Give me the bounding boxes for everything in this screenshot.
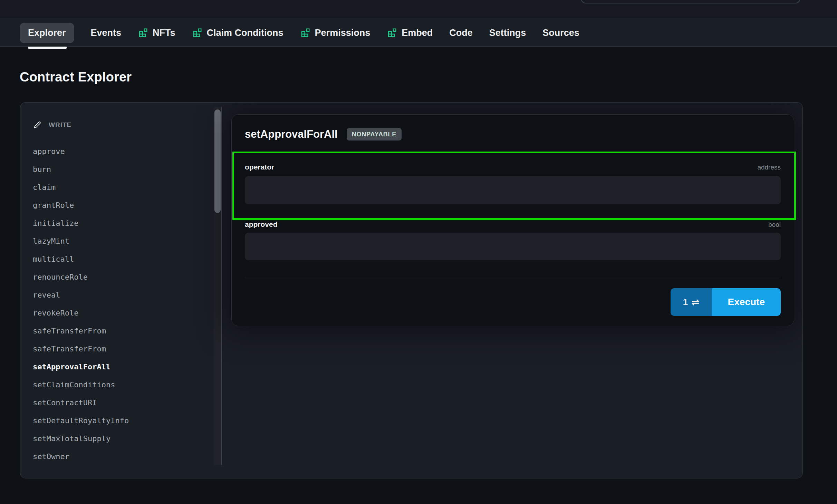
sidebar-item-setowner[interactable]: setOwner — [33, 448, 214, 466]
sidebar-scrollbar-track[interactable] — [214, 107, 222, 465]
function-list: approve burn claim grantRole initialize … — [33, 143, 214, 466]
sidebar-item-initialize[interactable]: initialize — [33, 214, 214, 232]
extension-blocks-icon — [387, 28, 397, 38]
function-title: setApprovalForAll — [245, 128, 338, 140]
extension-blocks-icon — [192, 28, 202, 38]
sidebar-item-setdefaultroyaltyinfo[interactable]: setDefaultRoyaltyInfo — [33, 412, 214, 430]
sidebar-item-burn[interactable]: burn — [33, 161, 214, 178]
tab-explorer[interactable]: Explorer — [20, 23, 74, 43]
sidebar-item-approve[interactable]: approve — [33, 143, 214, 161]
field-type-bool: bool — [768, 221, 781, 229]
panel-main-area: setApprovalForAll NONPAYABLE operator ad… — [222, 103, 802, 478]
sidebar-item-setclaimconditions[interactable]: setClaimConditions — [33, 376, 214, 394]
contract-explorer-panel: WRITE approve burn claim grantRole initi… — [20, 102, 803, 478]
field-name-approved: approved — [245, 220, 278, 229]
sidebar-scrollbar-thumb[interactable] — [214, 109, 221, 213]
write-section-header: WRITE — [33, 120, 214, 129]
cutoff-element-bottom-edge — [581, 0, 800, 3]
active-tab-underline — [28, 47, 67, 49]
extension-blocks-icon — [300, 28, 310, 38]
sidebar-item-grantrole[interactable]: grantRole — [33, 196, 214, 214]
field-type-address: address — [757, 164, 781, 171]
tab-label: NFTs — [153, 28, 175, 38]
field-name-operator: operator — [245, 163, 274, 171]
tab-label: Code — [449, 28, 473, 38]
sidebar-item-renouncerole[interactable]: renounceRole — [33, 268, 214, 286]
tab-label: Settings — [489, 28, 526, 38]
tab-label: Explorer — [28, 28, 66, 38]
transaction-count-button[interactable]: 1 ⇌ — [671, 288, 712, 316]
tab-settings[interactable]: Settings — [489, 28, 526, 38]
mutability-badge: NONPAYABLE — [347, 128, 402, 140]
sidebar-item-setcontracturi[interactable]: setContractURI — [33, 394, 214, 412]
execute-row: 1 ⇌ Execute — [245, 288, 781, 316]
execute-button-group: 1 ⇌ Execute — [671, 288, 781, 316]
transactions-arrows-icon: ⇌ — [691, 297, 699, 308]
write-section-label: WRITE — [49, 121, 71, 129]
tab-label: Embed — [402, 28, 433, 38]
tab-label: Events — [91, 28, 122, 38]
tab-permissions[interactable]: Permissions — [300, 28, 371, 38]
sidebar-item-revokerole[interactable]: revokeRole — [33, 304, 214, 322]
page-title: Contract Explorer — [20, 70, 837, 85]
approved-input[interactable] — [245, 233, 781, 260]
sidebar-item-setapprovalforall[interactable]: setApprovalForAll — [33, 358, 214, 376]
card-divider — [245, 277, 781, 277]
sidebar-item-lazymint[interactable]: lazyMint — [33, 232, 214, 250]
write-functions-sidebar: WRITE approve burn claim grantRole initi… — [20, 103, 214, 478]
pencil-icon — [33, 120, 42, 129]
transaction-count: 1 — [683, 297, 688, 308]
function-card-header: setApprovalForAll NONPAYABLE — [245, 115, 781, 144]
tab-label: Permissions — [315, 28, 371, 38]
tab-code[interactable]: Code — [449, 28, 473, 38]
operator-input[interactable] — [245, 176, 781, 204]
tab-label: Claim Conditions — [207, 28, 283, 38]
tab-nfts[interactable]: NFTs — [138, 28, 175, 38]
contract-tab-bar: Explorer Events NFTs Claim Conditions Pe… — [0, 19, 837, 47]
extension-blocks-icon — [138, 28, 148, 38]
tab-sources[interactable]: Sources — [542, 28, 579, 38]
execute-button[interactable]: Execute — [712, 288, 781, 316]
top-strip — [0, 0, 837, 19]
sidebar-item-safetransferfrom-2[interactable]: safeTransferFrom — [33, 340, 214, 358]
tab-label: Sources — [542, 28, 579, 38]
field-label-row-approved: approved bool — [245, 220, 781, 229]
tab-claim-conditions[interactable]: Claim Conditions — [192, 28, 283, 38]
sidebar-item-claim[interactable]: claim — [33, 178, 214, 196]
tab-embed[interactable]: Embed — [387, 28, 433, 38]
field-label-row-operator: operator address — [245, 163, 781, 171]
sidebar-item-safetransferfrom-1[interactable]: safeTransferFrom — [33, 322, 214, 340]
tab-events[interactable]: Events — [91, 28, 122, 38]
sidebar-item-multicall[interactable]: multicall — [33, 250, 214, 268]
sidebar-item-reveal[interactable]: reveal — [33, 286, 214, 304]
sidebar-item-setmaxtotalsupply[interactable]: setMaxTotalSupply — [33, 430, 214, 448]
function-card: setApprovalForAll NONPAYABLE operator ad… — [231, 114, 794, 326]
